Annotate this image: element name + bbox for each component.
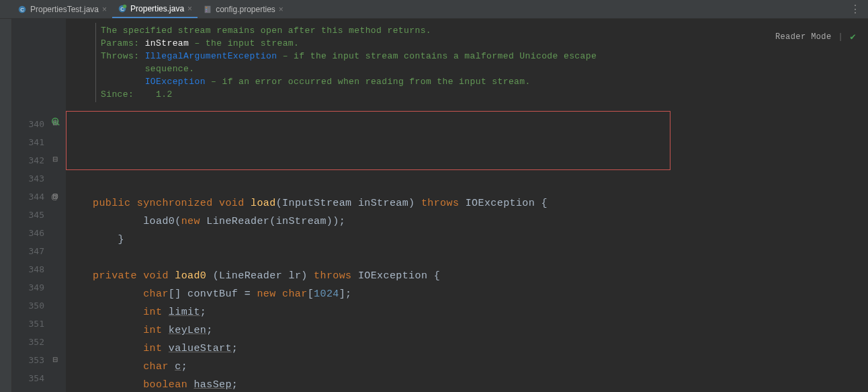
svg-rect-8: [206, 10, 208, 11]
code-line: int limit;: [66, 303, 868, 321]
tab-label: config.properties: [216, 5, 275, 14]
fold-icon[interactable]: ⊟: [52, 119, 58, 126]
code-line: boolean hasSep;: [66, 376, 868, 392]
tab-label: Properties.java: [130, 4, 184, 13]
doc-throws-link[interactable]: IOException: [145, 77, 206, 87]
line-number: 350: [29, 297, 44, 315]
code-line: }: [66, 231, 868, 249]
code-line: int valueStart;: [66, 340, 868, 358]
fold-icon[interactable]: ⊟: [52, 356, 58, 363]
code-line: int keyLen;: [66, 321, 868, 340]
code-line: [66, 249, 868, 267]
svg-text:C: C: [20, 6, 24, 12]
line-number: 348: [29, 260, 44, 278]
close-icon[interactable]: ×: [102, 5, 107, 14]
fold-icon[interactable]: ⊟: [52, 192, 58, 200]
gutter-icons: @ ⊟ ⊟ ⊟ ⊟: [48, 19, 66, 392]
doc-throws-cont: sequence.: [145, 64, 195, 74]
javadoc-block: The specified stream remains open after …: [95, 23, 868, 102]
tab-properties-test[interactable]: C PropertiesTest.java ×: [12, 0, 112, 18]
tab-label: PropertiesTest.java: [30, 5, 99, 14]
line-number: 349: [29, 278, 44, 297]
doc-since-label: Since:: [101, 89, 134, 100]
line-number: 354: [29, 369, 44, 387]
java-class-icon: C: [118, 4, 127, 13]
code-line: private void load0 (LineReader lr) throw…: [66, 267, 868, 285]
line-number: 346: [29, 224, 44, 242]
line-number: 353: [29, 351, 44, 369]
tab-properties[interactable]: C Properties.java ×: [112, 0, 198, 18]
line-number: 352: [29, 333, 44, 351]
code-area[interactable]: Reader Mode | ✔ The specified stream rem…: [66, 19, 868, 392]
code-line: char c;: [66, 358, 868, 376]
fold-end-icon[interactable]: ⊟: [52, 155, 58, 163]
left-tool-strip: [0, 19, 12, 392]
doc-throws-label: Throws:: [101, 51, 139, 61]
doc-since-value: 1.2: [156, 89, 173, 100]
doc-desc: The specified stream remains open after …: [101, 24, 868, 37]
java-class-icon: C: [17, 5, 27, 14]
line-number: 341: [29, 133, 44, 151]
line-number: 343: [29, 169, 44, 188]
doc-throws-link[interactable]: IllegalArgumentException: [145, 51, 277, 61]
code-line: load0(new LineReader(inStream));: [66, 212, 868, 231]
svg-point-4: [123, 4, 127, 8]
doc-param-desc: – the input stream.: [189, 38, 299, 48]
line-number: 342: [29, 151, 44, 169]
doc-throws-desc: – if an error occurred when reading from…: [206, 77, 531, 87]
analysis-ok-icon[interactable]: ✔: [850, 28, 856, 46]
line-number: 344: [29, 188, 44, 206]
svg-rect-7: [206, 9, 208, 10]
line-number: 347: [29, 242, 44, 260]
reader-mode-toggle[interactable]: Reader Mode | ✔: [775, 28, 856, 46]
line-number-gutter: 340 341 342 343 344 345 346 347 348 349 …: [12, 19, 48, 392]
properties-file-icon: [203, 5, 212, 14]
close-icon[interactable]: ×: [187, 4, 192, 13]
line-number: 351: [29, 315, 44, 333]
line-number: 340: [29, 115, 44, 133]
line-number: 345: [29, 206, 44, 224]
tab-bar: C PropertiesTest.java × C Properties.jav…: [0, 0, 868, 19]
code-line: char[] convtBuf = new char[1024];: [66, 285, 868, 303]
svg-rect-6: [206, 7, 208, 8]
doc-params-label: Params:: [101, 38, 139, 48]
close-icon[interactable]: ×: [279, 5, 284, 14]
doc-throws-desc: – if the input stream contains a malform…: [277, 51, 597, 61]
tab-config-properties[interactable]: config.properties ×: [198, 0, 289, 18]
kebab-menu-icon[interactable]: ⋮: [850, 3, 861, 18]
reader-mode-label: Reader Mode: [775, 28, 832, 46]
code-line: public synchronized void load(InputStrea…: [66, 194, 868, 212]
doc-param-name: inStream: [145, 38, 189, 48]
svg-rect-5: [205, 5, 211, 13]
editor: 340 341 342 343 344 345 346 347 348 349 …: [0, 19, 868, 392]
